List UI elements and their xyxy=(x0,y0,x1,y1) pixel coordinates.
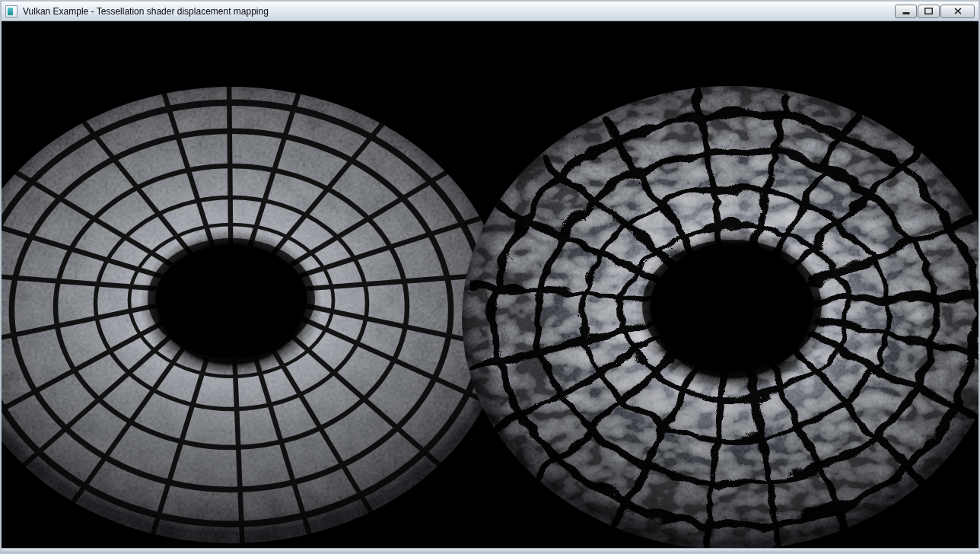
window-bottom-border xyxy=(2,548,978,552)
rendered-scene[interactable] xyxy=(2,21,978,548)
minimize-icon xyxy=(902,8,910,14)
maximize-button[interactable] xyxy=(918,5,940,18)
app-window: Vulkan Example - Tessellation shader dis… xyxy=(0,0,980,554)
render-viewport[interactable] xyxy=(2,21,978,548)
window-title: Vulkan Example - Tessellation shader dis… xyxy=(23,6,895,17)
titlebar[interactable]: Vulkan Example - Tessellation shader dis… xyxy=(2,2,978,21)
close-icon xyxy=(954,8,962,14)
app-icon[interactable] xyxy=(5,5,18,18)
minimize-button[interactable] xyxy=(895,5,917,18)
window-controls xyxy=(895,5,975,18)
close-button[interactable] xyxy=(940,5,975,18)
maximize-icon xyxy=(924,8,933,14)
